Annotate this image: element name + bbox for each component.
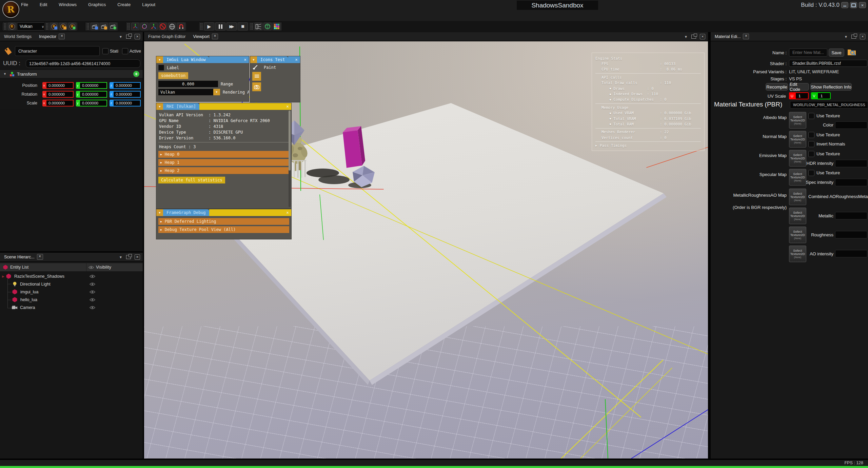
tab-close-icon[interactable]: × — [212, 34, 218, 39]
project-save-button[interactable]: R — [50, 23, 58, 30]
visibility-eye-icon[interactable] — [90, 290, 95, 294]
visibility-eye-icon[interactable] — [90, 298, 95, 302]
window-close-icon[interactable]: × — [241, 56, 249, 63]
tab-close-icon[interactable]: × — [37, 254, 43, 260]
viewport-3d-scene[interactable]: Engine Stats FPS: 00133 CPU time: 8.06 m… — [144, 41, 708, 459]
panel-close-icon[interactable]: × — [700, 34, 705, 39]
tab-frame-graph-editor[interactable]: Frame Graph Editor — [148, 34, 185, 39]
scale-x-input[interactable] — [46, 100, 74, 106]
albedo-color-swatch[interactable] — [835, 121, 867, 129]
tab-close-icon[interactable]: × — [59, 34, 65, 39]
mrao-combined-select-button[interactable]: SelectTexture2D(None) — [789, 189, 806, 205]
pass-timings-header[interactable]: ▶Pass Timings — [595, 143, 701, 148]
metallic-select-button[interactable]: SelectTexture2D(None) — [789, 208, 806, 224]
pbr-deferred-lighting-header[interactable]: ▶PBR Deferred Lighting — [158, 218, 289, 225]
spec-intensity-input[interactable] — [835, 179, 867, 186]
toolbar-drag-handle[interactable] — [4, 23, 6, 30]
entity-name-input[interactable] — [15, 46, 100, 56]
shader-value[interactable] — [789, 60, 867, 67]
panel-close-icon[interactable]: × — [860, 34, 865, 39]
hierarchy-row-directional-light[interactable]: Directional Light — [0, 280, 143, 288]
mesh-debug-button[interactable] — [263, 23, 272, 30]
panel-restore-icon[interactable] — [691, 35, 696, 39]
label-checkbox[interactable] — [158, 65, 164, 71]
tab-viewport[interactable]: Viewport × — [193, 34, 218, 39]
panel-menu-caret-icon[interactable]: ▼ — [119, 35, 122, 39]
toolbar-drag-handle[interactable] — [200, 23, 202, 30]
calculate-statistics-button[interactable]: Calculate full statistics — [158, 177, 225, 183]
normal-use-texture-checkbox[interactable] — [808, 132, 814, 138]
scale-z-input[interactable] — [113, 100, 141, 106]
step-button[interactable]: ▶▶ — [226, 22, 237, 31]
albedo-select-texture-button[interactable]: SelectTexture2D(None) — [789, 112, 806, 129]
scene-new-button[interactable]: + — [109, 23, 117, 30]
window-collapse-icon[interactable]: ▼ — [250, 56, 257, 63]
rotation-x-input[interactable] — [46, 91, 74, 98]
tab-material-editor[interactable]: Material Edi... × — [715, 34, 749, 39]
window-collapse-icon[interactable]: ▼ — [156, 103, 163, 110]
visibility-eye-icon[interactable] — [90, 282, 95, 286]
play-button[interactable]: ▶ — [204, 22, 214, 31]
toolbar-drag-handle[interactable] — [127, 23, 130, 30]
project-new-button[interactable]: R+ — [68, 23, 76, 30]
static-checkbox[interactable] — [102, 48, 108, 54]
visibility-eye-icon[interactable] — [90, 306, 95, 310]
hierarchy-row-hello-lua[interactable]: hello_lua — [0, 296, 143, 304]
pause-button[interactable] — [215, 22, 225, 31]
panel-restore-icon[interactable] — [126, 35, 131, 39]
albedo-use-texture-checkbox[interactable] — [808, 113, 814, 119]
show-reflection-info-button[interactable]: Show Reflection Info — [810, 83, 852, 91]
somebutton-button[interactable]: somebutton — [158, 72, 188, 79]
transform-section-header[interactable]: ▼ Transform + — [0, 70, 143, 78]
panel-menu-caret-icon[interactable]: ▼ — [844, 35, 848, 39]
invert-normals-checkbox[interactable] — [808, 141, 814, 147]
active-checkbox[interactable] — [122, 48, 128, 54]
panel-close-icon[interactable]: × — [135, 34, 140, 39]
normal-select-texture-button[interactable]: SelectTexture2D(None) — [789, 131, 806, 148]
menu-file[interactable]: File — [21, 2, 28, 7]
position-y-input[interactable] — [79, 82, 107, 89]
framegraph-titlebar[interactable]: ▼ FrameGraph Debug × — [156, 209, 291, 216]
expand-arrow-icon[interactable]: ▶ — [2, 275, 4, 278]
render-api-dropdown[interactable]: Vulkan ∨ — [17, 22, 47, 31]
menu-layout[interactable]: Layout — [142, 2, 155, 7]
gizmo-rotate-button[interactable] — [140, 23, 149, 30]
position-z-input[interactable] — [113, 82, 141, 89]
rotation-z-input[interactable] — [113, 91, 141, 98]
save-button[interactable]: Save — [829, 48, 844, 57]
hdr-intensity-input[interactable] — [835, 160, 867, 167]
combo-arrow-icon[interactable]: ▼ — [213, 89, 220, 95]
icons-test-titlebar[interactable]: ▼ Icons Test × — [250, 56, 300, 63]
entity-list-header[interactable]: Entity List — [10, 265, 28, 270]
ao-intensity-input[interactable] — [835, 250, 867, 257]
visibility-header[interactable]: Visibility — [96, 265, 111, 270]
menu-windows[interactable]: Windows — [59, 2, 77, 7]
hierarchy-row-imgui-lua[interactable]: imgui_lua — [0, 288, 143, 296]
uv-v-input[interactable]: 1 — [817, 92, 831, 99]
specular-use-texture-checkbox[interactable] — [808, 170, 814, 176]
browse-material-icon[interactable] — [847, 48, 856, 57]
texture-debug-button[interactable] — [273, 23, 281, 30]
roughness-select-button[interactable]: SelectTexture2D(None) — [789, 227, 806, 243]
tab-world-settings[interactable]: World Settings — [4, 34, 32, 39]
emissive-select-texture-button[interactable]: SelectTexture2D(None) — [789, 150, 806, 167]
object-cube-magenta[interactable] — [343, 126, 365, 168]
heap-2-header[interactable]: ▶Heap 2 — [158, 167, 289, 174]
material-name-input[interactable] — [789, 48, 827, 57]
menu-create[interactable]: Create — [117, 2, 131, 7]
lines-icon-button[interactable] — [252, 72, 261, 81]
stop-button[interactable]: ■ — [238, 22, 248, 31]
hierarchy-row-scene[interactable]: ▶ RazixTestScene_Shadows — [0, 272, 143, 280]
position-x-input[interactable] — [46, 82, 74, 89]
window-close-icon[interactable]: × — [293, 56, 300, 63]
gizmo-disable-button[interactable] — [159, 23, 167, 30]
imgui-lua-window-titlebar[interactable]: ▼ ImGui Lua Window × — [156, 56, 249, 63]
gizmo-translate-button[interactable] — [131, 23, 139, 30]
window-minimize-button[interactable] — [841, 2, 848, 8]
rhi-titlebar[interactable]: ▼ RHI [Vulkan] × — [156, 103, 291, 110]
window-close-icon[interactable]: × — [284, 103, 291, 110]
engine-settings-button[interactable]: R — [8, 23, 16, 30]
toolbar-drag-handle[interactable] — [46, 23, 48, 30]
menu-edit[interactable]: Edit — [40, 2, 47, 7]
panel-restore-icon[interactable] — [126, 255, 131, 259]
